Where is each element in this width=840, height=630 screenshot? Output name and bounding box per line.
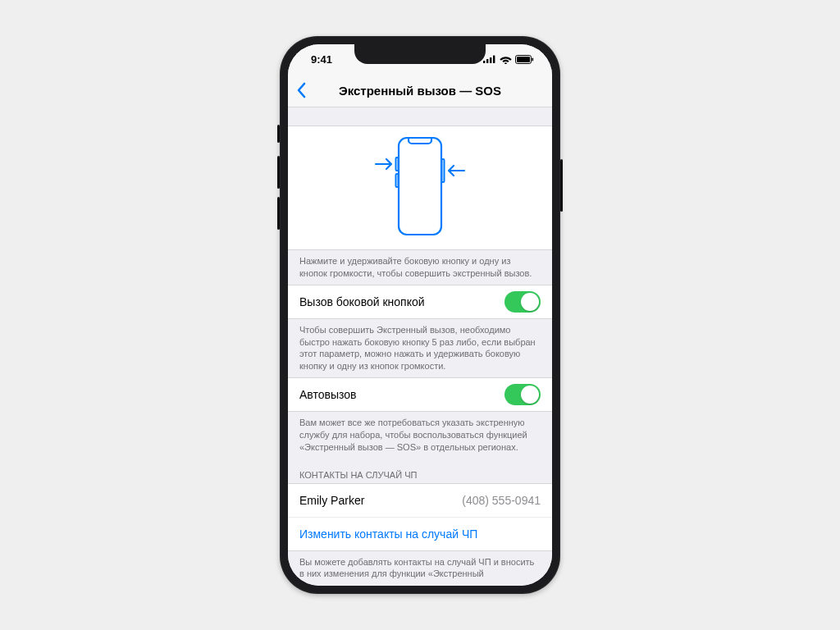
cellular-icon [483,55,496,63]
call-with-side-button-label: Вызов боковой кнопкой [299,295,425,308]
call-with-side-button-toggle[interactable] [504,291,541,313]
notch [354,44,486,64]
svg-rect-6 [532,57,534,61]
wifi-icon [500,55,512,64]
status-indicators [483,55,534,64]
call-with-side-button-row[interactable]: Вызов боковой кнопкой [288,285,552,319]
svg-rect-0 [483,61,485,63]
status-time: 9:41 [311,53,332,66]
svg-rect-9 [396,174,399,187]
back-button[interactable] [296,82,306,98]
contact-name: Emily Parker [299,494,364,507]
settings-content[interactable]: Нажмите и удерживайте боковую кнопку и о… [288,107,552,586]
phone-screen: 9:41 Экстренный вызов — SOS [288,44,552,586]
nav-bar: Экстренный вызов — SOS [288,74,552,107]
phone-press-illustration-icon [371,133,469,243]
contact-phone: (408) 555-0941 [462,494,541,507]
hero-footer: Нажмите и удерживайте боковую кнопку и о… [288,250,552,285]
phone-frame: 9:41 Экстренный вызов — SOS [280,36,560,594]
emergency-contacts-header: КОНТАКТЫ НА СЛУЧАЙ ЧП [288,459,552,483]
auto-call-toggle[interactable] [504,384,541,405]
svg-rect-3 [493,56,495,64]
call-with-side-button-footer: Чтобы совершить Экстренный вызов, необхо… [288,319,552,377]
silence-switch [277,125,280,143]
side-button [560,159,563,212]
battery-icon [515,55,534,64]
svg-rect-8 [396,158,399,171]
edit-emergency-contacts-link[interactable]: Изменить контакты на случай ЧП [288,517,552,551]
hero-illustration-row [288,126,552,250]
edit-emergency-contacts-label: Изменить контакты на случай ЧП [299,527,477,541]
emergency-contacts-footer: Вы можете добавлять контакты на случай Ч… [288,551,552,586]
auto-call-row[interactable]: Автовызов [288,377,552,412]
svg-rect-7 [399,138,441,235]
auto-call-label: Автовызов [299,388,357,401]
auto-call-footer: Вам может все же потребоваться указать э… [288,412,552,459]
svg-rect-2 [490,57,491,63]
volume-down-button [277,197,280,230]
svg-rect-1 [486,59,488,63]
svg-rect-5 [517,57,530,62]
volume-up-button [277,156,280,189]
nav-title: Экстренный вызов — SOS [288,84,552,98]
emergency-contact-row[interactable]: Emily Parker (408) 555-0941 [288,483,552,517]
svg-rect-10 [442,159,445,182]
